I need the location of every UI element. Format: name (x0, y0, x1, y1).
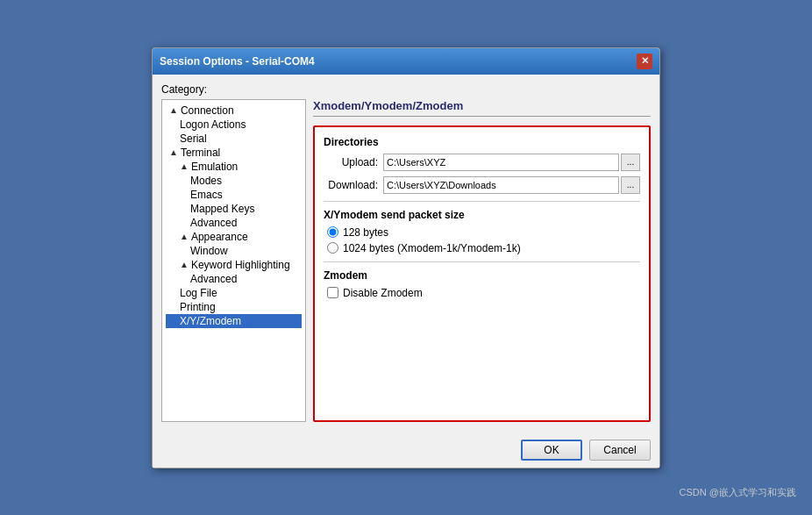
tree-item-keyword-highlighting[interactable]: ▲ Keyword Highlighting (166, 258, 302, 272)
zmodem-title: Zmodem (324, 269, 640, 282)
upload-label: Upload: (324, 156, 383, 168)
cancel-button[interactable]: Cancel (589, 440, 651, 461)
packet-size-title: X/Ymodem send packet size (324, 209, 640, 221)
ok-button[interactable]: OK (521, 440, 582, 461)
tree-label-appearance: Appearance (191, 231, 248, 243)
expand-icon-terminal: ▲ (169, 147, 178, 157)
packet-size-group: 128 bytes 1024 bytes (Xmodem-1k/Ymodem-1… (324, 226, 640, 254)
tree-label-printing: Printing (180, 301, 216, 313)
tree-label-terminal: Terminal (181, 147, 220, 159)
radio-128-row: 128 bytes (324, 226, 640, 239)
expand-icon-connection: ▲ (169, 105, 178, 115)
radio-128-label: 128 bytes (343, 226, 388, 239)
tree-item-advanced[interactable]: Advanced (166, 216, 302, 230)
tree-item-kh-advanced[interactable]: Advanced (166, 272, 302, 286)
tree-item-logon-actions[interactable]: Logon Actions (166, 118, 302, 132)
tree-label-emulation: Emulation (191, 161, 238, 173)
tree-item-emacs[interactable]: Emacs (166, 188, 302, 202)
tree-label-xy-zmodem: X/Y/Zmodem (180, 315, 241, 327)
download-row: Download: ... (324, 176, 640, 194)
tree-item-window[interactable]: Window (166, 244, 302, 258)
tree-item-xy-zmodem[interactable]: X/Y/Zmodem (166, 314, 302, 328)
directories-title: Directories (324, 136, 640, 148)
download-browse-button[interactable]: ... (621, 176, 640, 194)
watermark: CSDN @嵌入式学习和实践 (680, 486, 796, 499)
tree-label-logon-actions: Logon Actions (180, 118, 246, 131)
radio-1024-label: 1024 bytes (Xmodem-1k/Ymodem-1k) (343, 242, 521, 254)
content-area: ▲ Connection Logon Actions Serial ▲ Term… (161, 99, 651, 422)
tree-item-terminal[interactable]: ▲ Terminal (166, 146, 302, 160)
category-label: Category: (161, 83, 651, 96)
disable-zmodem-label: Disable Zmodem (343, 287, 423, 299)
tree-item-log-file[interactable]: Log File (166, 286, 302, 300)
divider-2 (324, 261, 640, 262)
expand-icon-emulation: ▲ (180, 161, 189, 171)
expand-icon-appearance: ▲ (180, 232, 189, 241)
tree-label-window: Window (190, 245, 228, 257)
upload-input[interactable] (383, 154, 619, 171)
tree-item-mapped-keys[interactable]: Mapped Keys (166, 202, 302, 216)
expand-icon-kh: ▲ (180, 260, 189, 269)
radio-1024-row: 1024 bytes (Xmodem-1k/Ymodem-1k) (324, 242, 640, 254)
tree-item-appearance[interactable]: ▲ Appearance (166, 230, 302, 244)
dialog-body: Category: ▲ Connection Logon Actions Ser… (153, 75, 659, 431)
radio-1024[interactable] (327, 242, 338, 254)
tree-item-printing[interactable]: Printing (166, 300, 302, 314)
disable-zmodem-checkbox[interactable] (327, 287, 338, 298)
tree-item-connection[interactable]: ▲ Connection (166, 104, 302, 118)
tree-label-log-file: Log File (180, 287, 217, 299)
session-options-dialog: Session Options - Serial-COM4 ✕ Category… (152, 47, 660, 469)
tree-label-serial: Serial (180, 132, 207, 145)
tree-label-advanced: Advanced (190, 217, 237, 229)
category-tree: ▲ Connection Logon Actions Serial ▲ Term… (161, 99, 306, 422)
title-bar: Session Options - Serial-COM4 ✕ (153, 48, 659, 75)
dialog-footer: OK Cancel (153, 431, 659, 468)
tree-label-mapped-keys: Mapped Keys (190, 203, 254, 215)
radio-128[interactable] (327, 226, 338, 238)
tree-label-connection: Connection (181, 104, 234, 117)
divider-1 (324, 201, 640, 202)
content-box: Directories Upload: ... Download: ... X/… (313, 125, 651, 422)
close-button[interactable]: ✕ (637, 54, 652, 69)
disable-zmodem-row: Disable Zmodem (324, 287, 640, 299)
tree-label-keyword-highlighting: Keyword Highlighting (191, 259, 290, 271)
tree-label-modes: Modes (190, 175, 222, 187)
tree-label-emacs: Emacs (190, 189, 223, 201)
tree-item-emulation[interactable]: ▲ Emulation (166, 160, 302, 174)
download-input[interactable] (383, 176, 619, 194)
upload-row: Upload: ... (324, 154, 640, 171)
dialog-title: Session Options - Serial-COM4 (160, 55, 315, 68)
upload-browse-button[interactable]: ... (621, 154, 640, 171)
tree-item-modes[interactable]: Modes (166, 174, 302, 188)
main-panel: Xmodem/Ymodem/Zmodem Directories Upload:… (313, 99, 651, 422)
tree-item-serial[interactable]: Serial (166, 132, 302, 146)
tree-label-kh-advanced: Advanced (190, 273, 237, 285)
section-title: Xmodem/Ymodem/Zmodem (313, 99, 651, 117)
download-label: Download: (324, 179, 383, 191)
